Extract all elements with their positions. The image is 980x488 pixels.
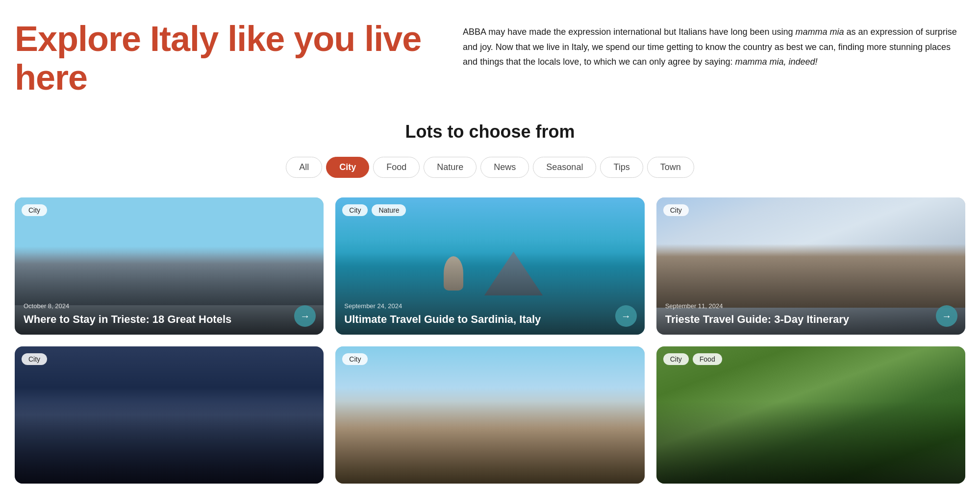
- page-wrapper: Explore Italy like you live here ABBA ma…: [0, 0, 980, 488]
- card-2-tags: City Nature: [342, 204, 406, 216]
- card-trieste-hotels[interactable]: City October 8, 2024 Where to Stay in Tr…: [15, 197, 324, 335]
- hero-left: Explore Italy like you live here: [15, 20, 433, 97]
- card-3-content: September 11, 2024 Trieste Travel Guide:…: [656, 294, 965, 335]
- card-3-title: Trieste Travel Guide: 3-Day Itinerary: [665, 313, 936, 326]
- card-5-content: [335, 464, 644, 484]
- filter-town[interactable]: Town: [647, 157, 694, 178]
- card-5-tags: City: [342, 353, 368, 365]
- card-4[interactable]: City: [15, 346, 324, 484]
- hero-right: ABBA may have made the expression intern…: [463, 20, 965, 70]
- card-sardinia[interactable]: City Nature September 24, 2024 Ultimate …: [335, 197, 644, 335]
- card-6-tags: City Food: [663, 353, 722, 365]
- section-title: Lots to choose from: [15, 122, 965, 142]
- card-6[interactable]: City Food: [656, 346, 965, 484]
- filter-city[interactable]: City: [326, 157, 369, 178]
- hero-title: Explore Italy like you live here: [15, 20, 433, 97]
- card-4-tags: City: [22, 353, 47, 365]
- filter-food[interactable]: Food: [373, 157, 420, 178]
- card-2-arrow[interactable]: →: [615, 305, 637, 327]
- hero-section: Explore Italy like you live here ABBA ma…: [15, 20, 965, 97]
- card-6-tag-food: Food: [693, 353, 722, 365]
- card-5-tag-city: City: [342, 353, 368, 365]
- card-1-date: October 8, 2024: [24, 302, 294, 310]
- card-overlay-6: [656, 346, 965, 484]
- card-6-tag-city: City: [663, 353, 689, 365]
- card-1-content: October 8, 2024 Where to Stay in Trieste…: [15, 294, 324, 335]
- filter-tabs: All City Food Nature News Seasonal Tips …: [15, 157, 965, 178]
- card-trieste-itinerary[interactable]: City September 11, 2024 Trieste Travel G…: [656, 197, 965, 335]
- card-4-content: [15, 464, 324, 484]
- card-overlay-5: [335, 346, 644, 484]
- card-2-content: September 24, 2024 Ultimate Travel Guide…: [335, 294, 644, 335]
- filter-news[interactable]: News: [480, 157, 529, 178]
- hero-description: ABBA may have made the expression intern…: [463, 24, 965, 70]
- filter-seasonal[interactable]: Seasonal: [533, 157, 596, 178]
- card-1-tags: City: [22, 204, 47, 216]
- hero-phrase-1: mamma mia: [796, 27, 844, 37]
- card-6-content: [656, 464, 965, 484]
- card-3-tags: City: [663, 204, 689, 216]
- card-2-tag-city: City: [342, 204, 368, 216]
- filter-nature[interactable]: Nature: [424, 157, 477, 178]
- card-5[interactable]: City: [335, 346, 644, 484]
- card-2-tag-nature: Nature: [372, 204, 406, 216]
- hero-desc-1: ABBA may have made the expression intern…: [463, 27, 795, 37]
- card-1-tag-city: City: [22, 204, 47, 216]
- hero-phrase-2: mamma mia, indeed!: [735, 57, 817, 67]
- card-3-tag-city: City: [663, 204, 689, 216]
- filter-all[interactable]: All: [286, 157, 322, 178]
- card-4-tag-city: City: [22, 353, 47, 365]
- card-overlay-4: [15, 346, 324, 484]
- card-3-date: September 11, 2024: [665, 302, 936, 310]
- card-2-title: Ultimate Travel Guide to Sardinia, Italy: [344, 313, 615, 326]
- cards-grid: City October 8, 2024 Where to Stay in Tr…: [15, 197, 965, 484]
- filter-tips[interactable]: Tips: [600, 157, 643, 178]
- card-2-date: September 24, 2024: [344, 302, 615, 310]
- card-1-title: Where to Stay in Trieste: 18 Great Hotel…: [24, 313, 294, 326]
